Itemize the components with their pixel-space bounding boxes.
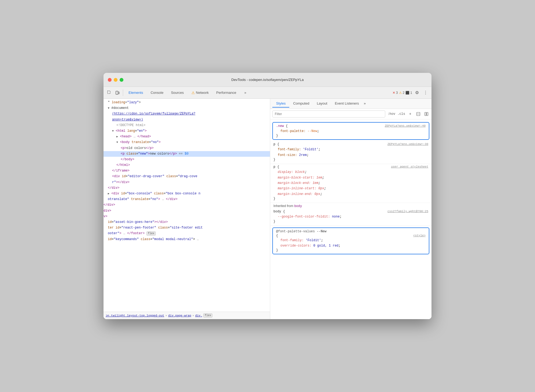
info-count[interactable]: ⬛ 1 [405,91,412,95]
breadcrumb-item-3[interactable]: div. [195,314,202,317]
tab-styles[interactable]: Styles [272,100,289,108]
styles-tabs: Styles Computed Layout Event Listeners » [270,99,431,109]
toolbar-right: ✕ 3 ⚠ 2 ⬛ 1 ⚙ ⋮ [393,89,429,97]
warning-count[interactable]: ⚠ 2 [399,91,405,95]
minimize-button[interactable] [114,78,117,82]
rule-pua-prop4: margin-inline-start: 0px; [273,186,428,191]
dom-line: " loading="lazy"> [104,100,270,105]
rule-fp-header: @font-palette-values --New [276,230,426,233]
cls-button[interactable]: .cls [397,112,405,116]
rule-pua-close: } [273,197,428,201]
rule-pua-prop2: margin-block-start: 1em; [273,175,428,180]
svg-rect-6 [427,112,428,116]
rule-body-header: body { css2?family…wght@700:25 [273,210,428,213]
rule-p1-prop: font-family: 'Foldit'; [273,147,428,152]
svg-rect-2 [118,92,119,94]
tab-network[interactable]: ⚠ Network [188,89,213,97]
error-icon: ✕ [393,91,395,95]
dom-line: <!DOCTYPE html> [104,123,270,128]
more-options-icon[interactable]: ⋮ [422,89,429,97]
dom-line: id="keycommands" class="modal modal-neut… [104,237,270,242]
rule-fp-source[interactable]: <style> [413,234,426,237]
devtools-toolbar: Elements Console Sources ⚠ Network Perfo… [104,87,431,99]
styles-filter-input[interactable] [272,111,385,117]
svg-rect-1 [116,91,118,94]
network-warning-icon: ⚠ [191,91,195,95]
breadcrumb-item-2[interactable]: div.page-wrap [168,314,191,317]
rule-fp-prop1: font-family: 'Foldit'; [276,238,426,243]
rule-pua-prop3: margin-block-end: 1em; [273,180,428,186]
rule-fp-at: @font-palette-values --New [276,230,326,233]
add-style-button[interactable]: + [407,111,413,117]
tab-elements[interactable]: Elements [125,89,147,96]
rule-new-close: } [276,134,426,138]
rule-new-header: .new { ZEPpYLa?ano…ue&view=:40 [276,124,426,128]
dom-line: ooter"> … </footer> flex [104,231,270,236]
traffic-lights [108,78,123,82]
rule-new-selector: .new { [276,124,288,128]
window-title: DevTools - codepen.io/sofiayem/pen/ZEPpY… [231,78,304,82]
rule-body: body { css2?family…wght@700:25 --google-… [270,209,431,226]
styles-content[interactable]: .new { ZEPpYLa?ano…ue&view=:40 font-pale… [270,119,431,319]
toggle-styles-button[interactable] [423,111,429,117]
devtools-main: " loading="lazy"> ▼ #document (https://c… [104,99,431,319]
maximize-button[interactable] [120,78,123,82]
tab-event-listeners[interactable]: Event Listeners [331,100,363,108]
error-count[interactable]: ✕ 3 [393,91,398,95]
rule-p-ua: p { user agent stylesheet display: block… [270,164,431,203]
rule-pua-prop5: margin-inline-end: 0px; [273,191,428,197]
device-toolbar-icon[interactable] [114,89,121,97]
tab-sources[interactable]: Sources [167,89,188,96]
devtools-window: DevTools - codepen.io/sofiayem/pen/ZEPpY… [104,73,431,319]
tab-computed[interactable]: Computed [289,100,313,108]
flex-badge-breadcrumb: flex [203,313,212,318]
tab-console[interactable]: Console [147,89,167,96]
rule-pua-prop1: display: block; [273,169,428,175]
dom-line: <div id="editor-drag-cover" class="drag-… [104,174,270,179]
tab-performance[interactable]: Performance [212,89,240,96]
dom-line: div> [104,208,270,214]
dom-line: anon=true&view=) [104,117,270,123]
rule-p1-header: p { ZEPpYLa?ano…ue&view=:30 [273,142,428,146]
rule-new-source[interactable]: ZEPpYLa?ano…ue&view=:40 [385,124,426,127]
rule-body-source[interactable]: css2?family…wght@700:25 [387,210,428,213]
tab-layout[interactable]: Layout [313,100,331,108]
dom-line: otranslate" translate="no"> … </div> [104,197,270,202]
dom-line: </div> [104,185,270,191]
dom-line: ▼ #document [104,105,270,111]
dom-line: v> [104,214,270,219]
close-button[interactable] [108,78,112,82]
rule-new: .new { ZEPpYLa?ano…ue&view=:40 font-pale… [272,122,429,140]
rule-body-close: } [273,220,428,223]
dom-line-selected[interactable]: <p class="new">new colors</p> == $0 [104,151,270,157]
rule-pua-source: user agent stylesheet [391,165,428,168]
rule-p1-prop2: font-size: 2rem; [273,152,428,158]
rule-p-1: p { ZEPpYLa?ano…ue&view=:30 font-family:… [270,141,431,164]
rule-fp-close: } [276,248,426,252]
breadcrumb-sep: › [165,314,167,317]
svg-rect-5 [425,112,426,116]
info-icon: ⬛ [405,91,409,95]
dom-line: </body> [104,157,270,162]
rule-fp-prop2: override-colors: 0 gold, 1 red; [276,243,426,248]
dom-line: (https://cdpn.io/sofiayem/fullpage/ZEPpY… [104,111,270,117]
hov-button[interactable]: :hov [387,112,395,116]
dom-line: </div> [104,202,270,208]
rule-pua-header: p { user agent stylesheet [273,165,428,169]
tab-more[interactable]: » [241,89,250,96]
rule-p1-source[interactable]: ZEPpYLa?ano…ue&view=:30 [387,142,428,146]
settings-icon[interactable]: ⚙ [413,89,421,97]
rule-p1-close: } [273,158,428,162]
dom-panel: " loading="lazy"> ▼ #document (https://c… [104,99,270,319]
tab-more-styles[interactable]: » [364,102,366,106]
select-element-icon[interactable] [106,89,113,97]
styles-filter-bar: :hov .cls + [270,109,431,119]
rule-fp-open: { <style> [276,234,426,238]
new-style-rule-button[interactable] [415,111,421,117]
rule-body-selector: body { [273,210,285,213]
breadcrumb-item-1[interactable]: ɔn.twilight.layout-top.logged-out [106,314,164,317]
dom-line: ▶ <div id="box-console" class="box box-c… [104,191,270,197]
dom-line: ▶ <head> … </head> [104,134,270,140]
styles-panel: Styles Computed Layout Event Listeners »… [270,99,431,319]
dom-content[interactable]: " loading="lazy"> ▼ #document (https://c… [104,99,270,312]
